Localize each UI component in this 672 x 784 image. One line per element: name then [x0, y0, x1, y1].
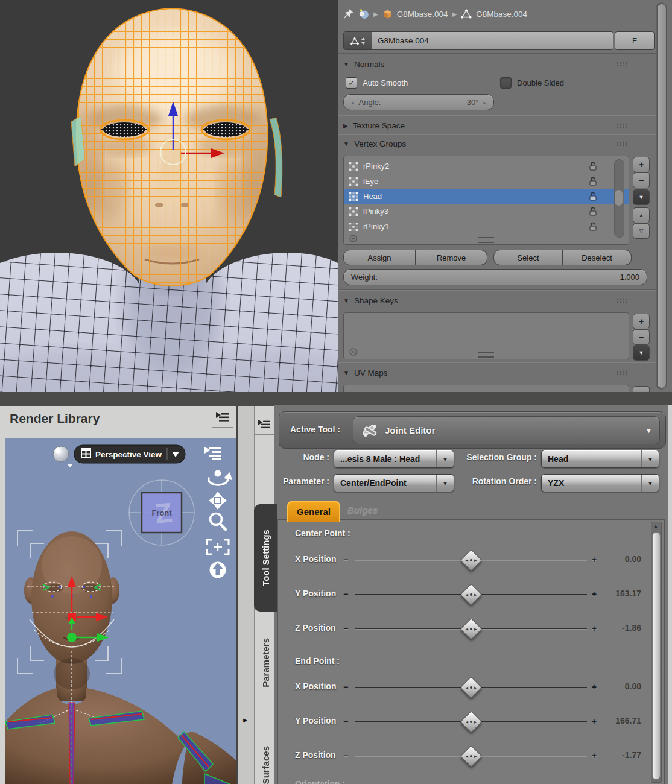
- unlock-icon[interactable]: [588, 192, 597, 201]
- decrement-button[interactable]: −: [343, 682, 348, 692]
- panel-drag-dots-icon[interactable]: [616, 141, 629, 147]
- weight-slider[interactable]: Weight: 1.000: [343, 269, 647, 285]
- unlock-icon[interactable]: [588, 207, 597, 216]
- increment-button[interactable]: +: [592, 682, 597, 692]
- vertex-group-row[interactable]: rPinky2: [344, 159, 629, 174]
- decrement-button[interactable]: −: [343, 751, 348, 760]
- tab-bulges[interactable]: Bulges: [347, 505, 378, 515]
- home-view-icon[interactable]: [210, 562, 226, 578]
- tab-general[interactable]: General: [287, 501, 340, 522]
- list-scrollbar[interactable]: [614, 159, 624, 238]
- auto-smooth-checkbox-row[interactable]: ✓ Auto Smooth: [346, 77, 500, 89]
- double-sided-checkbox-row[interactable]: Double Sided: [500, 77, 564, 89]
- unlock-icon[interactable]: [588, 177, 597, 186]
- checkbox-unchecked-icon[interactable]: [500, 77, 512, 89]
- texture-space-panel-header[interactable]: ▶ Texture Space: [343, 118, 651, 133]
- vertex-groups-list[interactable]: rPinky2 lEye Head lPinky3 rPinky1: [343, 156, 629, 245]
- uv-maps-panel-header[interactable]: ▼ UV Maps: [343, 365, 651, 380]
- tool-settings-menu-button[interactable]: [255, 415, 274, 435]
- render-library-menu-button[interactable]: [212, 408, 233, 428]
- scroll-up-icon[interactable]: ▲: [651, 523, 660, 529]
- remove-vertex-group-button[interactable]: −: [633, 172, 650, 188]
- object-data-icon[interactable]: [358, 8, 369, 19]
- unlock-icon[interactable]: [588, 162, 597, 171]
- slider-track[interactable]: ◂▸: [355, 594, 587, 595]
- remove-shape-key-button[interactable]: −: [633, 329, 650, 345]
- parameter-dropdown[interactable]: Center/EndPoint▼: [334, 474, 454, 492]
- vertex-group-row[interactable]: lEye: [344, 174, 629, 189]
- increment-button[interactable]: +: [592, 589, 597, 599]
- increment-button[interactable]: +: [592, 751, 597, 760]
- panel-drag-dots-icon[interactable]: [616, 62, 629, 67]
- panel-drag-dots-icon[interactable]: [616, 370, 629, 376]
- vertex-group-row[interactable]: lPinky3: [344, 204, 629, 219]
- slider-thumb[interactable]: ◂▸: [460, 677, 482, 698]
- cube-object-icon[interactable]: [382, 9, 393, 19]
- chevron-down-icon[interactable]: ▼: [436, 450, 454, 467]
- shape-keys-list[interactable]: [343, 312, 629, 359]
- deselect-button[interactable]: Deselect: [563, 250, 632, 265]
- view-cube[interactable]: Z Front: [129, 480, 194, 545]
- side-tab-surfaces[interactable]: Surfaces: [253, 731, 277, 784]
- chevron-down-icon[interactable]: ▼: [641, 475, 659, 492]
- decrement-button[interactable]: −: [343, 555, 348, 564]
- slider-thumb[interactable]: ◂▸: [460, 584, 482, 605]
- unlock-icon[interactable]: [588, 222, 597, 231]
- decrement-button[interactable]: −: [343, 589, 348, 599]
- normals-panel-header[interactable]: ▼ Normals: [343, 57, 651, 71]
- assign-button[interactable]: Assign: [343, 250, 416, 265]
- add-circle-icon[interactable]: [349, 235, 357, 242]
- select-button[interactable]: Select: [493, 250, 563, 265]
- chevron-down-icon[interactable]: ▼: [641, 450, 659, 467]
- slider-left-arrow-icon[interactable]: ◂: [351, 100, 354, 106]
- increment-button[interactable]: +: [592, 555, 597, 564]
- chevron-down-icon[interactable]: ▼: [436, 475, 454, 492]
- panel-drag-dots-icon[interactable]: [616, 123, 629, 128]
- add-shape-key-button[interactable]: +: [633, 314, 650, 329]
- daz-viewport[interactable]: Z Front: [5, 438, 238, 784]
- vertex-groups-panel-header[interactable]: ▼ Vertex Groups: [343, 136, 651, 151]
- stepper-arrows-icon[interactable]: [361, 37, 366, 45]
- list-resize-grip[interactable]: [478, 237, 494, 243]
- scroll-thumb[interactable]: [652, 532, 661, 780]
- move-group-up-button[interactable]: ▲: [633, 207, 650, 223]
- remove-button[interactable]: Remove: [416, 250, 487, 265]
- slider-track[interactable]: ◂▸: [355, 756, 587, 756]
- slider-thumb[interactable]: ◂▸: [460, 618, 482, 640]
- mesh-name-value[interactable]: G8Mbase.004: [372, 32, 613, 49]
- vertex-group-row[interactable]: rPinky1: [344, 219, 629, 234]
- slider-thumb[interactable]: ◂▸: [460, 745, 482, 767]
- shape-key-specials-menu-button[interactable]: ▼: [633, 345, 650, 361]
- decrement-button[interactable]: −: [343, 624, 348, 633]
- side-tab-parameters[interactable]: Parameters: [253, 620, 277, 706]
- breadcrumb-mesh-name[interactable]: G8Mbase.004: [476, 10, 527, 19]
- vertex-group-specials-menu-button[interactable]: ▼: [633, 189, 650, 205]
- panel-drag-dots-icon[interactable]: [616, 298, 629, 303]
- blender-3d-viewport[interactable]: [0, 0, 338, 395]
- content-scrollbar[interactable]: ▲: [651, 522, 662, 783]
- active-tool-dropdown[interactable]: Joint Editor ▼: [353, 416, 660, 444]
- shape-keys-panel-header[interactable]: ▼ Shape Keys: [343, 293, 651, 308]
- slider-right-arrow-icon[interactable]: ▸: [483, 100, 486, 106]
- slider-thumb[interactable]: ◂▸: [460, 549, 482, 571]
- fake-user-button[interactable]: F: [615, 31, 655, 50]
- slider-track[interactable]: ◂▸: [355, 687, 587, 688]
- side-tab-tool-settings[interactable]: Tool Settings: [254, 504, 277, 612]
- list-resize-grip[interactable]: [478, 352, 494, 358]
- slider-track[interactable]: ◂▸: [355, 560, 587, 560]
- increment-button[interactable]: +: [592, 716, 597, 726]
- mesh-name-field[interactable]: G8Mbase.004: [343, 31, 613, 50]
- slider-track[interactable]: ◂▸: [355, 628, 587, 629]
- selection-group-dropdown[interactable]: Head▼: [541, 450, 659, 468]
- properties-scrollbar[interactable]: [656, 2, 667, 390]
- checkbox-checked-icon[interactable]: ✓: [346, 77, 357, 89]
- decrement-button[interactable]: −: [343, 716, 348, 726]
- slider-track[interactable]: ◂▸: [355, 721, 587, 722]
- slider-thumb[interactable]: ◂▸: [460, 711, 482, 733]
- mesh-data-icon[interactable]: [461, 8, 472, 19]
- breadcrumb-object-name[interactable]: G8Mbase.004: [397, 10, 448, 19]
- node-dropdown[interactable]: ...esis 8 Male : Head▼: [334, 450, 454, 468]
- chevron-down-icon[interactable]: ▼: [645, 427, 652, 434]
- add-vertex-group-button[interactable]: +: [633, 157, 650, 172]
- view-selector-dropdown[interactable]: Perspective View: [74, 445, 185, 463]
